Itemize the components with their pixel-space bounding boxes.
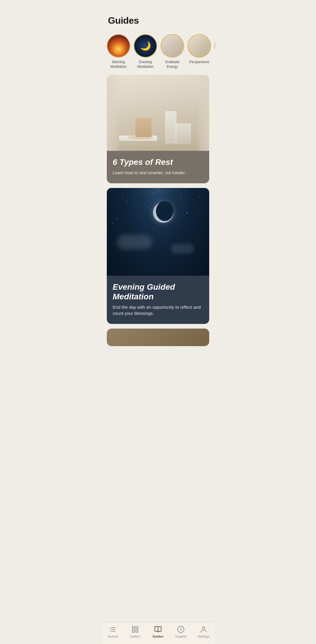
category-label-evening: Evening Meditation [137,60,153,69]
category-image-gratitude [161,35,183,57]
meditation-card-title: Evening Guided Meditation [113,282,203,302]
category-circle-gratitude [161,34,184,58]
moon-decoration [153,202,174,223]
star-7 [117,219,118,219]
star-8 [127,201,128,202]
category-circle-reco [214,34,215,58]
category-evening-meditation[interactable]: 🌙 Evening Meditation [134,34,157,69]
glass-short-prop [176,123,191,143]
category-image-evening: 🌙 [134,35,157,57]
page-title: Guides [108,15,208,26]
star-2 [181,198,181,199]
category-circle-morning [107,34,130,58]
meditation-scene-image [107,188,209,276]
moon-icon: 🌙 [140,42,151,50]
page-container: Guides Morning Meditation 🌙 Evening Medi… [101,0,215,370]
header: Guides [101,0,215,31]
star-12 [112,223,113,224]
rest-scene-image [107,75,209,151]
glass-tall-prop [165,111,176,143]
stars-decoration [107,188,209,276]
category-label-perspectives: Perspectives [189,60,209,65]
crescent-moon [153,202,174,223]
meditation-card-overlay: Evening Guided Meditation End the day wi… [107,276,209,324]
category-image-morning [107,35,130,57]
star-3 [153,192,154,193]
guide-card-partial[interactable] [107,329,209,346]
category-gratitude-energy[interactable]: Gratitude Energy [161,34,184,69]
star-4 [194,206,195,206]
cloud-left [117,235,152,249]
category-morning-meditation[interactable]: Morning Meditation [107,34,130,69]
cloud-right [171,244,194,254]
curtain-right [197,75,209,151]
category-circle-perspectives [188,34,211,58]
curtain-left [107,75,118,151]
meditation-card-subtitle: End the day with an opportunity to refle… [113,304,203,316]
category-label-morning: Morning Meditation [110,60,126,69]
category-image-perspectives [188,35,210,57]
guide-card-meditation[interactable]: Evening Guided Meditation End the day wi… [107,188,209,324]
star-11 [187,213,188,213]
rest-card-subtitle: Learn how to rest smarter, not harder. [113,170,203,176]
category-perspectives[interactable]: Perspectives [188,34,211,69]
guide-cards-container: 6 Types of Rest Learn how to rest smarte… [101,75,215,346]
category-circle-evening: 🌙 [134,34,157,58]
category-label-gratitude: Gratitude Energy [165,60,179,69]
star-5 [138,193,138,194]
rest-card-title: 6 Types of Rest [113,157,203,167]
guide-card-rest[interactable]: 6 Types of Rest Learn how to rest smarte… [107,75,209,183]
star-10 [199,197,200,197]
category-reco[interactable]: Reco... [214,34,215,69]
categories-row: Morning Meditation 🌙 Evening Meditation … [101,31,215,75]
star-1 [122,195,123,196]
rest-card-overlay: 6 Types of Rest Learn how to rest smarte… [107,151,209,183]
candle-prop [135,118,152,137]
star-9 [148,207,148,208]
